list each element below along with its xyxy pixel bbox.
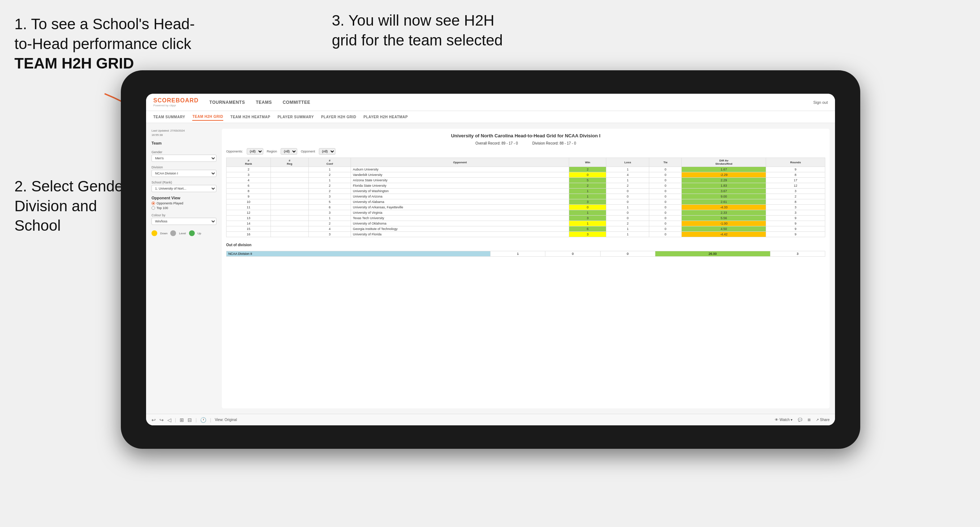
ann1-line2: to-Head performance click bbox=[14, 35, 191, 52]
table-row: Georgia Institute of Technology bbox=[351, 226, 569, 232]
col-opponent: Opponent bbox=[351, 158, 569, 167]
grid-panel: University of North Carolina Head-to-Hea… bbox=[222, 129, 830, 408]
table-row: 2 bbox=[309, 221, 351, 226]
table-row: 1 bbox=[569, 189, 606, 194]
col-conf: #Conf bbox=[309, 158, 351, 167]
table-row: 9 bbox=[766, 232, 825, 237]
col-rank: #Rank bbox=[226, 158, 271, 167]
table-row: Florida State University bbox=[351, 183, 569, 189]
opponents-filter-select[interactable]: (All) bbox=[247, 148, 263, 155]
subnav-team-h2h-grid[interactable]: TEAM H2H GRID bbox=[192, 113, 223, 121]
table-row bbox=[270, 221, 309, 226]
table-row: 0 bbox=[649, 172, 682, 178]
table-row: 3 bbox=[766, 210, 825, 216]
division-select[interactable]: NCAA Division I bbox=[151, 170, 216, 177]
opponent-filter-select[interactable]: (All) bbox=[319, 148, 336, 155]
radio-opponents-played[interactable]: Opponents Played bbox=[151, 202, 216, 205]
records-row: Overall Record: 89 - 17 - 0 Division Rec… bbox=[226, 141, 825, 145]
subnav-player-h2h-grid[interactable]: PLAYER H2H GRID bbox=[321, 114, 356, 121]
table-row: University of Oklahoma bbox=[351, 221, 569, 226]
colour-select[interactable]: Win/loss bbox=[151, 218, 216, 225]
nav-teams[interactable]: TEAMS bbox=[256, 98, 272, 107]
annotation-3: 3. You will now see H2H grid for the tea… bbox=[332, 11, 577, 50]
legend-level-dot bbox=[170, 230, 176, 236]
clock-btn[interactable]: 🕐 bbox=[200, 417, 206, 423]
radio-top100[interactable]: Top 100 bbox=[151, 206, 216, 210]
table-row: 1.83 bbox=[682, 183, 766, 189]
logo-sub: Powered by clippi bbox=[153, 104, 199, 107]
table-row: 3 bbox=[569, 199, 606, 205]
subnav-player-h2h-heatmap[interactable]: PLAYER H2H HEATMAP bbox=[364, 114, 408, 121]
grid-btn[interactable]: ⊞ bbox=[808, 418, 810, 422]
nav-committee[interactable]: COMMITTEE bbox=[283, 98, 310, 107]
table-row: 2 bbox=[309, 189, 351, 194]
redo-btn[interactable]: ↪ bbox=[159, 417, 164, 423]
division-record: Division Record: 88 - 17 - 0 bbox=[532, 141, 576, 145]
undo-btn[interactable]: ↩ bbox=[151, 417, 156, 423]
legend-down-dot bbox=[151, 230, 157, 236]
school-select[interactable]: 1. University of Nort... bbox=[151, 185, 216, 192]
out-of-division-table: NCAA Division II 1 0 0 26.00 3 bbox=[226, 251, 825, 257]
table-row: 1 bbox=[606, 226, 649, 232]
annotation-1: 1. To see a School's Head- to-Head perfo… bbox=[14, 14, 195, 73]
ann3-line2: grid for the team selected bbox=[332, 32, 503, 49]
legend-level-label: Level bbox=[179, 232, 186, 235]
table-row bbox=[270, 232, 309, 237]
toolbar-sep3: | bbox=[210, 417, 211, 422]
table-row: Vanderbilt University bbox=[351, 172, 569, 178]
share-btn[interactable]: ↗ Share bbox=[816, 418, 830, 422]
table-row: 0 bbox=[649, 226, 682, 232]
table-row: -4.33 bbox=[682, 205, 766, 210]
opponent-filter-label: Opponent bbox=[301, 149, 315, 153]
table-row: 2 bbox=[226, 167, 271, 172]
table-row: -2.29 bbox=[682, 172, 766, 178]
comment-btn[interactable]: 💬 bbox=[798, 418, 802, 422]
table-row bbox=[270, 194, 309, 199]
subnav-team-summary[interactable]: TEAM SUMMARY bbox=[153, 114, 185, 121]
table-row: Arizona State University bbox=[351, 178, 569, 183]
table-row bbox=[270, 183, 309, 189]
table-row: 9.00 bbox=[682, 194, 766, 199]
ann2-line3: School bbox=[14, 217, 60, 234]
table-row: Texas Tech University bbox=[351, 216, 569, 221]
back-btn[interactable]: ◁ bbox=[167, 417, 171, 423]
table-row: 1 bbox=[309, 167, 351, 172]
table-row: 0 bbox=[649, 189, 682, 194]
table-row: 0 bbox=[649, 216, 682, 221]
subnav-player-summary[interactable]: PLAYER SUMMARY bbox=[277, 114, 314, 121]
table-row bbox=[270, 178, 309, 183]
table-row: 0 bbox=[649, 205, 682, 210]
table-row: 16 bbox=[226, 232, 271, 237]
table-row: 0 bbox=[649, 232, 682, 237]
table-row: 1 bbox=[606, 205, 649, 210]
ann1-line3: TEAM H2H GRID bbox=[14, 55, 134, 72]
table-row: 5 bbox=[569, 178, 606, 183]
radio-dot-top100 bbox=[151, 206, 155, 210]
table-row: 2 bbox=[309, 172, 351, 178]
toolbar-right: 👁 Watch ▾ 💬 ⊞ ↗ Share bbox=[775, 418, 830, 422]
table-row: 8 bbox=[226, 189, 271, 194]
subnav-team-h2h-heatmap[interactable]: TEAM H2H HEATMAP bbox=[231, 114, 270, 121]
table-row: 0 bbox=[606, 194, 649, 199]
gender-select[interactable]: Men's bbox=[151, 155, 216, 162]
team-label: Team bbox=[151, 141, 216, 145]
nav-tournaments[interactable]: TOURNAMENTS bbox=[210, 98, 245, 107]
watch-btn[interactable]: 👁 Watch ▾ bbox=[775, 418, 792, 422]
table-row bbox=[270, 205, 309, 210]
table-row: 0 bbox=[569, 205, 606, 210]
region-filter-select[interactable]: (All) bbox=[281, 148, 297, 155]
region-filter-label: Region bbox=[267, 149, 277, 153]
last-updated: Last Updated: 27/03/2024 16:55:38 bbox=[151, 129, 216, 137]
table-row: 12 bbox=[226, 210, 271, 216]
table-row bbox=[270, 210, 309, 216]
zoom-out-btn[interactable]: ⊟ bbox=[188, 417, 192, 423]
table-row: 9 bbox=[226, 194, 271, 199]
legend-up-label: Up bbox=[198, 232, 201, 235]
table-row: 3 bbox=[309, 194, 351, 199]
zoom-in-btn[interactable]: ⊞ bbox=[180, 417, 184, 423]
table-row: 10 bbox=[226, 199, 271, 205]
list-item: 0 bbox=[546, 251, 600, 257]
toolbar: ↩ ↪ ◁ | ⊞ ⊟ | 🕐 | View: Original 👁 Watch… bbox=[146, 414, 835, 425]
sign-out-link[interactable]: Sign out bbox=[813, 100, 828, 105]
gender-section: Gender Men's bbox=[151, 150, 216, 162]
